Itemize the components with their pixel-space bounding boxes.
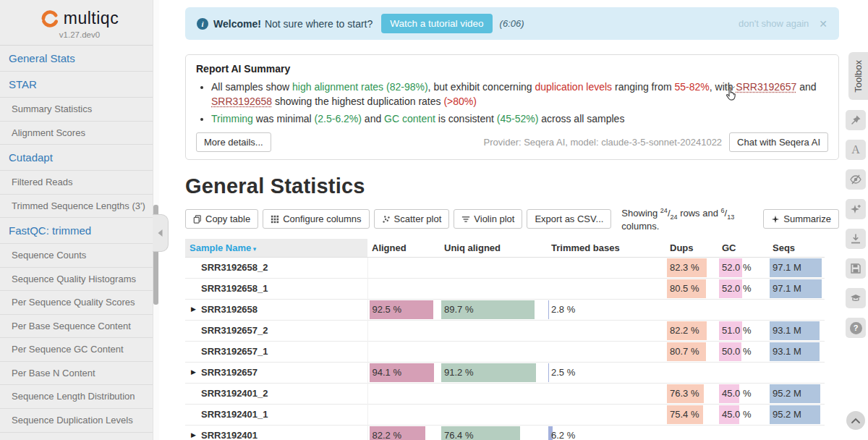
eye-slash-icon[interactable] <box>846 169 866 190</box>
sidebar-item[interactable]: Summary Statistics <box>0 98 159 122</box>
column-header-seqs[interactable]: Seqs <box>768 239 825 258</box>
sidebar-item[interactable]: Sequence Length Distribution <box>0 385 159 409</box>
sample-name-cell[interactable]: SRR3192658_2 <box>185 257 367 278</box>
uniq-cell: 76.4 % <box>440 425 547 440</box>
seqs-cell <box>768 362 825 383</box>
dups-cell: 75.4 % <box>665 404 718 425</box>
sample-name-cell[interactable]: ▶SRR3192658 <box>185 299 367 320</box>
more-details-button[interactable]: More details... <box>196 132 271 152</box>
column-header-name[interactable]: Sample Name ▾ <box>185 239 367 258</box>
sidebar-item[interactable]: Alignment Scores <box>0 122 159 145</box>
sample-name-cell[interactable]: ▶SRR3192401 <box>185 425 367 440</box>
sample-name-cell[interactable]: SRR3192401_2 <box>185 383 367 404</box>
seqs-cell <box>768 299 825 320</box>
sample-name-cell[interactable]: SRR3192657_1 <box>185 341 367 362</box>
sidebar-item[interactable]: Overrepresented sequences by sample <box>0 433 159 440</box>
aligned-value: 94.1 % <box>368 367 401 378</box>
column-header-aligned[interactable]: Aligned <box>367 239 440 258</box>
column-header-uniq[interactable]: Uniq aligned <box>440 239 547 258</box>
dont-show-again-link[interactable]: don't show again <box>739 18 809 29</box>
gc-cell <box>718 425 768 440</box>
save-icon[interactable] <box>846 258 866 279</box>
scroll-to-top-button[interactable] <box>846 411 865 430</box>
scatter-plot-button[interactable]: Scatter plot <box>374 209 450 229</box>
uniq-cell <box>440 383 547 404</box>
column-header-gc[interactable]: GC <box>718 239 768 258</box>
configure-columns-button[interactable]: Configure columns <box>263 209 369 229</box>
expand-icon[interactable]: ▶ <box>191 305 196 313</box>
sidebar-collapse-handle[interactable] <box>153 214 169 252</box>
gc-cell: 45.0 % <box>718 404 768 425</box>
sidebar-item[interactable]: General Stats <box>0 46 159 72</box>
column-header-trimmed[interactable]: Trimmed bases <box>547 239 665 258</box>
summarize-button[interactable]: Summarize <box>763 209 839 229</box>
welcome-question: Not sure where to start? <box>265 18 373 30</box>
sidebar-item[interactable]: Per Sequence Quality Scores <box>0 291 159 315</box>
violin-plot-button[interactable]: Violin plot <box>454 209 522 229</box>
watch-tutorial-button[interactable]: Watch a tutorial video <box>381 14 492 33</box>
sidebar-item[interactable]: Per Base Sequence Content <box>0 315 159 339</box>
gc-cell: 52.0 % <box>718 257 768 278</box>
seqs-value: 93.1 M <box>768 325 801 336</box>
graduation-cap-icon[interactable] <box>846 288 866 308</box>
sample-name-cell[interactable]: SRR3192401_1 <box>185 404 367 425</box>
ai-text-segment: ranging from <box>612 81 674 93</box>
sidebar-item[interactable]: Filtered Reads <box>0 171 159 195</box>
ai-text-segment: and <box>362 113 384 124</box>
sparkle-plus-icon <box>771 215 780 224</box>
toolbox-tab[interactable]: Toolbox <box>848 52 868 100</box>
ai-text-segment: , but exhibit concerning <box>428 81 535 93</box>
ai-text-segment: is consistent <box>435 113 497 124</box>
trimmed-cell <box>547 404 665 425</box>
sidebar-item[interactable]: Per Base N Content <box>0 362 159 386</box>
sidebar-item[interactable]: Sequence Quality Histograms <box>0 268 159 292</box>
column-header-dups[interactable]: Dups <box>665 239 718 258</box>
copy-table-button[interactable]: Copy table <box>185 209 258 229</box>
chevron-up-icon <box>851 418 860 423</box>
toolbox-label: Toolbox <box>853 60 864 93</box>
table-row: SRR3192657_180.7 %50.0 %93.1 M <box>185 341 825 362</box>
trimmed-cell: 6.2 % <box>547 425 665 440</box>
aligned-cell: 82.2 % <box>367 425 440 440</box>
trimmed-cell <box>547 257 665 278</box>
ai-text-segment: , with <box>710 81 736 93</box>
expand-icon[interactable]: ▶ <box>191 368 196 376</box>
gc-value: 50.0 % <box>718 346 751 357</box>
seqs-cell: 97.1 M <box>768 257 825 278</box>
sidebar-item[interactable]: Sequence Counts <box>0 244 159 268</box>
sample-name-cell[interactable]: SRR3192657_2 <box>185 320 367 341</box>
ai-text-segment: high alignment rates <box>292 81 383 93</box>
sample-name-cell[interactable]: ▶SRR3192657 <box>185 362 367 383</box>
chat-seqera-button[interactable]: Chat with Seqera AI <box>729 132 828 152</box>
sidebar-item[interactable]: Cutadapt <box>0 145 159 171</box>
uniq-cell <box>440 320 547 341</box>
trimmed-value: 6.2 % <box>547 430 575 440</box>
sidebar-item[interactable]: Sequence Duplication Levels <box>0 409 159 433</box>
sparkle-icon[interactable] <box>846 199 866 219</box>
sample-link[interactable]: SRR3192658 <box>211 96 272 107</box>
expand-icon[interactable]: ▶ <box>191 431 196 439</box>
sidebar-item[interactable]: STAR <box>0 72 159 98</box>
table-row: SRR3192658_282.3 %52.0 %97.1 M <box>185 257 825 278</box>
export-csv-button[interactable]: Export as CSV... <box>527 209 611 229</box>
dups-value: 80.7 % <box>665 346 699 357</box>
dups-cell: 82.3 % <box>665 257 718 278</box>
sample-link[interactable]: SRR3192657 <box>736 81 796 93</box>
multiqc-logo[interactable]: multiqc <box>6 9 153 28</box>
sidebar-item[interactable]: FastQC: trimmed <box>0 218 159 244</box>
close-icon[interactable]: ✕ <box>819 18 827 30</box>
ai-provider-label: Provider: Seqera AI, model: claude-3-5-s… <box>484 137 723 148</box>
download-icon[interactable] <box>846 229 866 249</box>
uniq-cell <box>440 404 547 425</box>
sample-name-cell[interactable]: SRR3192658_1 <box>185 278 367 299</box>
seqs-value: 97.1 M <box>768 262 801 273</box>
uniq-cell: 89.7 % <box>440 299 547 320</box>
sidebar-item[interactable]: Trimmed Sequence Lengths (3') <box>0 195 159 219</box>
ai-text-segment: Trimming <box>211 113 253 124</box>
font-icon[interactable]: A <box>846 140 866 160</box>
pin-icon[interactable] <box>846 110 866 130</box>
ai-summary-bullets: All samples show high alignment rates (8… <box>196 80 828 126</box>
sidebar-item[interactable]: Per Sequence GC Content <box>0 338 159 362</box>
aligned-cell: 94.1 % <box>367 362 440 383</box>
help-icon[interactable]: ? <box>846 318 866 338</box>
